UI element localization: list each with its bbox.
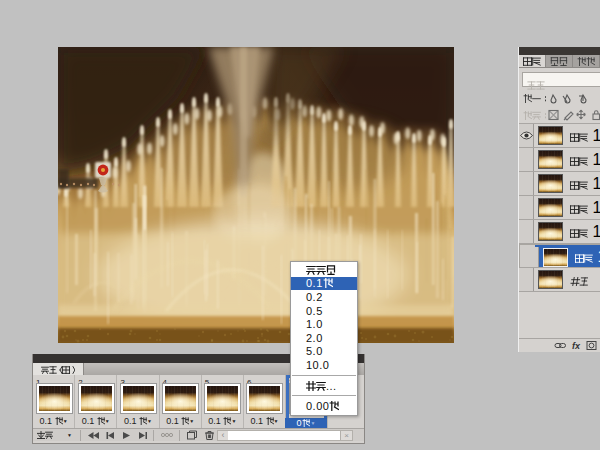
svg-text:fx: fx: [572, 341, 581, 351]
